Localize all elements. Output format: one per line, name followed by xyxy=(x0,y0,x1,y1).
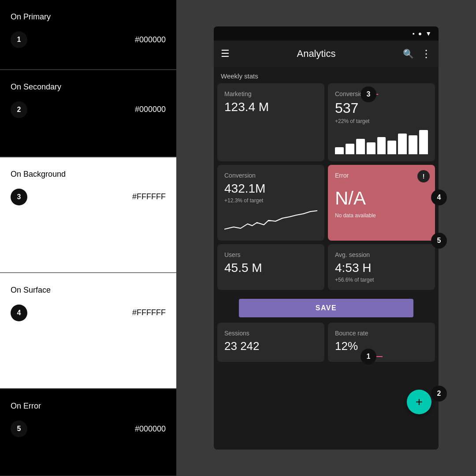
on-secondary-section: On Secondary 2 #000000 xyxy=(0,70,176,157)
avg-session-sub: +56.6% of target xyxy=(335,277,428,283)
cards-grid-row3: Users 45.5 M Avg. session 4:53 H +56.6% … xyxy=(214,244,439,294)
on-background-label: On Background xyxy=(0,157,176,184)
conversion-top-card: Conversion 537 +22% of target xyxy=(328,83,435,161)
users-value: 45.5 M xyxy=(224,261,317,275)
conversion-bottom-card: Conversion 432.1M +12.3% of target xyxy=(217,165,324,241)
menu-icon[interactable]: ☰ xyxy=(221,48,230,60)
annotation-2-container: 2 xyxy=(431,393,440,394)
annotation-3-container: 3 xyxy=(361,94,378,95)
app-bar: ☰ Analytics 🔍 ⋮ xyxy=(214,41,439,67)
phone-content: Weekly stats Marketing 123.4 M Conversio… xyxy=(214,67,439,450)
sessions-card: Sessions 23 242 xyxy=(217,323,324,362)
annotation-1: 1 xyxy=(361,349,376,364)
badge-2: 2 xyxy=(11,101,27,118)
bar-item xyxy=(367,142,376,155)
fab-button[interactable]: + xyxy=(407,390,431,414)
cards-grid-row1: Marketing 123.4 M Conversion 537 +22% of… xyxy=(214,83,439,165)
hex-3: #FFFFFF xyxy=(132,192,166,201)
sessions-label: Sessions xyxy=(224,330,317,337)
hex-2: #000000 xyxy=(135,105,166,114)
marketing-card: Marketing 123.4 M xyxy=(217,83,324,161)
conversion-bottom-value: 432.1M xyxy=(224,182,317,196)
status-signal-icon: ▼ xyxy=(425,30,431,37)
status-circle-icon: ● xyxy=(418,30,422,37)
hex-5: #000000 xyxy=(135,424,166,434)
users-card: Users 45.5 M xyxy=(217,244,324,290)
hex-1: #000000 xyxy=(135,35,166,45)
annotation-5-container: 5 xyxy=(431,240,440,241)
conversion-top-value: 537 xyxy=(335,100,428,116)
sparkline xyxy=(224,207,317,234)
app-title: Analytics xyxy=(237,48,396,60)
users-label: Users xyxy=(224,251,317,258)
search-icon[interactable]: 🔍 xyxy=(403,48,414,59)
bar-item xyxy=(409,135,417,154)
status-bar: ▪ ● ▼ xyxy=(214,26,439,41)
bar-item xyxy=(346,144,354,154)
annotation-4: 4 xyxy=(431,190,447,205)
more-icon[interactable]: ⋮ xyxy=(421,48,431,60)
avg-session-card: Avg. session 4:53 H +56.6% of target xyxy=(328,244,435,290)
on-primary-section: On Primary 1 #000000 xyxy=(0,0,176,70)
on-error-label: On Error xyxy=(0,389,176,416)
on-surface-label: On Surface xyxy=(0,273,176,300)
badge-3: 3 xyxy=(11,189,27,205)
annotation-4-container: 4 xyxy=(431,197,440,198)
bar-item xyxy=(377,137,386,154)
phone-frame: ▪ ● ▼ ☰ Analytics 🔍 ⋮ Weekly stats Marke… xyxy=(214,26,439,450)
bar-item xyxy=(419,130,428,154)
error-sub: No data available xyxy=(335,212,428,219)
status-square-icon: ▪ xyxy=(413,30,415,37)
on-error-section: On Error 5 #000000 xyxy=(0,389,176,476)
error-badge-icon: ! xyxy=(417,170,430,182)
on-primary-label: On Primary xyxy=(0,0,176,27)
bar-item xyxy=(398,134,407,154)
on-background-section: On Background 3 #FFFFFF xyxy=(0,157,176,273)
marketing-value: 123.4 M xyxy=(224,100,317,114)
badge-4: 4 xyxy=(11,305,27,321)
on-surface-section: On Surface 4 #FFFFFF xyxy=(0,273,176,389)
annotation-2: 2 xyxy=(431,386,447,402)
error-label: Error xyxy=(335,172,428,179)
bar-item xyxy=(387,141,396,154)
left-panel: On Primary 1 #000000 On Secondary 2 #000… xyxy=(0,0,176,476)
bar-item xyxy=(356,139,365,154)
annotation-3: 3 xyxy=(361,86,376,102)
bounce-rate-value: 12% xyxy=(335,339,428,353)
right-panel: ▪ ● ▼ ☰ Analytics 🔍 ⋮ Weekly stats Marke… xyxy=(176,0,476,476)
conversion-top-label: Conversion xyxy=(335,90,428,97)
annotation-5: 5 xyxy=(431,233,447,249)
error-card: Error ! N/A No data available xyxy=(328,165,435,241)
avg-session-label: Avg. session xyxy=(335,251,428,258)
conversion-top-sub: +22% of target xyxy=(335,118,428,124)
error-value: N/A xyxy=(335,188,428,209)
hex-4: #FFFFFF xyxy=(132,308,166,317)
cards-grid-partial: Sessions 23 242 Bounce rate 12% xyxy=(214,323,439,365)
badge-1: 1 xyxy=(11,31,27,48)
weekly-stats-header: Weekly stats xyxy=(214,67,439,83)
conversion-bottom-label: Conversion xyxy=(224,172,317,179)
bar-item xyxy=(335,147,344,154)
badge-5: 5 xyxy=(11,420,27,437)
save-button-container: SAVE xyxy=(214,294,439,323)
bar-chart xyxy=(335,128,428,154)
save-button[interactable]: SAVE xyxy=(239,299,413,317)
sessions-value: 23 242 xyxy=(224,339,317,353)
cards-grid-row2: Conversion 432.1M +12.3% of target Error… xyxy=(214,165,439,244)
avg-session-value: 4:53 H xyxy=(335,261,428,275)
bounce-rate-label: Bounce rate xyxy=(335,330,428,337)
annotation-1-container: 1 xyxy=(361,356,383,357)
marketing-label: Marketing xyxy=(224,90,317,97)
on-secondary-label: On Secondary xyxy=(0,70,176,97)
conversion-bottom-sub: +12.3% of target xyxy=(224,197,317,204)
